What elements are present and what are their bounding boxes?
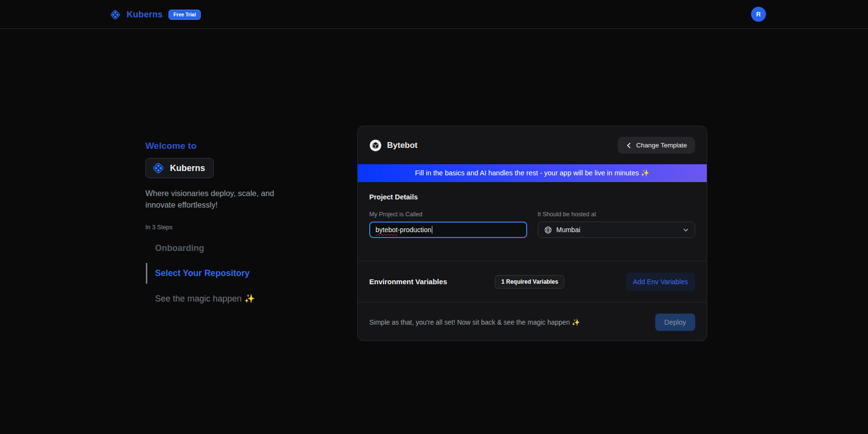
environment-variables-section: Environment Variables 1 Required Variabl…	[358, 261, 707, 302]
project-name-value-flagged: bytebot	[376, 226, 398, 234]
card-header: Bytebot Change Template	[358, 126, 707, 164]
region-label: It Should be hosted at	[538, 211, 696, 218]
env-heading: Environment Variables	[369, 277, 447, 286]
project-name-label: My Project is Called	[369, 211, 527, 218]
step-onboarding: Onboarding	[155, 243, 311, 253]
brand-name: Kuberns	[127, 10, 163, 20]
ai-banner: Fill in the basics and AI handles the re…	[358, 164, 707, 182]
steps-list: Onboarding Select Your Repository See th…	[145, 243, 311, 304]
welcome-heading: Welcome to	[145, 141, 311, 151]
bytebot-cube-icon	[369, 139, 382, 152]
card-footer: Simple as that, you're all set! Now sit …	[358, 302, 707, 341]
step-see-magic: See the magic happen ✨	[155, 293, 311, 304]
region-select[interactable]: Mumbai	[538, 222, 696, 238]
project-details-section: Project Details My Project is Called byt…	[358, 182, 707, 261]
project-name-value-rest: -production	[398, 226, 431, 234]
globe-icon	[544, 226, 552, 234]
free-trial-badge: Free Trial	[168, 10, 201, 20]
template-title: Bytebot	[387, 141, 417, 150]
footer-message: Simple as that, you're all set! Now sit …	[369, 318, 580, 326]
project-details-heading: Project Details	[369, 193, 695, 201]
region-field: It Should be hosted at Mumbai	[538, 211, 696, 238]
brand-home-link[interactable]: Kuberns Free Trial	[110, 0, 201, 29]
chevron-left-icon	[626, 142, 632, 149]
step-select-repository: Select Your Repository	[155, 268, 311, 278]
add-env-variables-button[interactable]: Add Env Variables	[626, 273, 695, 291]
chevron-down-icon	[683, 227, 689, 233]
deploy-button[interactable]: Deploy	[655, 314, 695, 331]
region-value: Mumbai	[557, 226, 581, 234]
text-caret	[432, 226, 433, 234]
change-template-button[interactable]: Change Template	[618, 137, 695, 154]
steps-heading: In 3 Steps	[145, 224, 311, 231]
change-template-label: Change Template	[636, 142, 687, 149]
deploy-card: Bytebot Change Template Fill in the basi…	[357, 126, 707, 341]
brand-name: Kuberns	[170, 163, 205, 173]
kuberns-logo-box: Kuberns	[145, 158, 214, 178]
user-avatar[interactable]: R	[751, 7, 766, 22]
kuberns-logo-icon	[110, 9, 121, 20]
kuberns-logo-icon	[152, 162, 165, 174]
project-name-input[interactable]: bytebot-production	[369, 222, 527, 238]
tagline: Where visionaries deploy, scale, and inn…	[145, 187, 304, 210]
project-name-field: My Project is Called bytebot-production	[369, 211, 527, 238]
top-bar: Kuberns Free Trial R	[0, 0, 868, 29]
intro-panel: Welcome to Kuberns Where visionaries dep…	[145, 141, 311, 319]
required-variables-badge: 1 Required Variables	[495, 275, 564, 289]
